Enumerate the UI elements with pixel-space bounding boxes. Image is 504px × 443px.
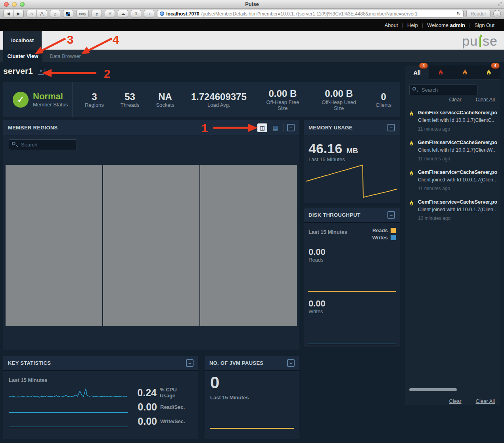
collapse-icon[interactable]: − bbox=[287, 124, 295, 131]
stat-label: Threads bbox=[121, 102, 140, 108]
view-tabs: Cluster View Data Browser bbox=[0, 50, 504, 62]
reads-sec-label: Read/Sec. bbox=[160, 404, 185, 410]
share-button[interactable]: ⇧ bbox=[131, 10, 141, 17]
delicious-extension-icon[interactable] bbox=[63, 10, 73, 17]
region-block[interactable] bbox=[103, 165, 200, 326]
regions-search-input[interactable] bbox=[9, 139, 77, 150]
notifications-search-input[interactable] bbox=[409, 85, 477, 95]
reload-icon[interactable]: ↻ bbox=[457, 11, 461, 17]
resize-icon[interactable]: ⤢ bbox=[498, 1, 502, 6]
writes-sec-row: 0.00 Write/Sec. bbox=[9, 416, 194, 427]
panel-title: KEY STATISTICS bbox=[8, 360, 51, 366]
stat-label: Load Avg. bbox=[191, 102, 247, 108]
font-smaller-button[interactable]: A bbox=[27, 10, 37, 17]
divider bbox=[284, 123, 284, 132]
keystats-subtitle: Last 15 Minutes bbox=[9, 377, 48, 383]
notification-message: Client left with Id 10.0.1.7(ClientW.. bbox=[418, 147, 497, 153]
notification-item[interactable]: GemFire:service=CacheServer,port=404 Cli… bbox=[409, 137, 497, 167]
horizontal-scrollbar[interactable] bbox=[409, 388, 457, 391]
stat-load-avg: 1.724609375 Load Avg. bbox=[183, 91, 255, 108]
downloads-button[interactable]: ↓ bbox=[493, 10, 501, 17]
collapse-icon[interactable]: − bbox=[387, 211, 395, 219]
clear-link-top[interactable]: Clear bbox=[449, 96, 462, 102]
region-block[interactable] bbox=[200, 165, 297, 326]
sign-out-link[interactable]: Sign Out bbox=[470, 22, 498, 28]
grid-view-icon[interactable]: ▦ bbox=[270, 123, 280, 132]
logo-text-se: se bbox=[483, 35, 498, 47]
font-larger-button[interactable]: A bbox=[37, 10, 47, 17]
disk-reads-chart bbox=[308, 291, 396, 292]
asterisk-extension-icon[interactable]: ✱ bbox=[105, 10, 115, 17]
status-state-label: Member Status bbox=[33, 102, 68, 108]
disk-reads-label: Reads bbox=[309, 257, 326, 263]
writes-color-swatch bbox=[391, 235, 396, 240]
member-dropdown-button[interactable]: ▼ bbox=[38, 68, 44, 75]
member-status: ✓ Normal Member Status bbox=[3, 82, 73, 117]
legend-writes-label: Writes bbox=[372, 235, 388, 241]
host-tab-localhost[interactable]: localhost bbox=[3, 31, 42, 50]
reads-color-swatch bbox=[391, 228, 396, 233]
flame-yellow-icon bbox=[409, 200, 414, 206]
tab-warning-notifications[interactable]: 4 bbox=[477, 65, 500, 80]
jvm-pauses-chart bbox=[210, 428, 294, 429]
notification-item[interactable]: GemFire:service=CacheServer,port=404 Cli… bbox=[409, 108, 497, 137]
back-button[interactable]: ◀ bbox=[3, 10, 13, 17]
collapse-icon[interactable]: − bbox=[287, 359, 295, 367]
new-tab-button[interactable]: + bbox=[144, 10, 154, 17]
address-bar[interactable]: localhost:7070 /pulse/MemberDetails.html… bbox=[157, 10, 463, 17]
writes-sec-sparkline bbox=[9, 416, 128, 427]
cloud-tabs-button[interactable]: ☁ bbox=[118, 10, 128, 17]
disk-throughput-panel: DISK THROUGHPUT − Last 15 Minutes Reads … bbox=[304, 208, 400, 347]
notification-time: 11 minutes ago bbox=[418, 186, 497, 191]
notification-title: GemFire:service=CacheServer,port=404 bbox=[418, 110, 497, 116]
tab-all-label: All bbox=[414, 69, 421, 76]
notification-time: 11 minutes ago bbox=[418, 156, 497, 162]
reads-sec-row: 0.00 Read/Sec. bbox=[9, 401, 194, 413]
regions-treemap bbox=[6, 165, 297, 326]
panel-title: DISK THROUGHPUT bbox=[309, 212, 360, 218]
tab-all-notifications[interactable]: All 4 bbox=[405, 65, 429, 80]
notification-message: Client left with Id 10.0.1.7(ClientC.. bbox=[418, 117, 497, 123]
reads-sec-value: 0.00 bbox=[132, 401, 157, 413]
notification-item[interactable]: GemFire:service=CacheServer,port=404 Cli… bbox=[409, 167, 497, 197]
status-state: Normal bbox=[33, 92, 68, 101]
stat-value: 3 bbox=[85, 91, 104, 102]
evernote-extension-icon[interactable]: e bbox=[92, 10, 102, 17]
disk-subtitle: Last 15 Minutes bbox=[309, 229, 347, 235]
tab-severe-notifications[interactable] bbox=[429, 65, 453, 80]
pulse-logo: pu se bbox=[462, 34, 498, 47]
region-block[interactable] bbox=[6, 165, 102, 326]
clear-all-link-bottom[interactable]: Clear All bbox=[476, 398, 495, 404]
clear-link-bottom[interactable]: Clear bbox=[449, 398, 462, 404]
member-regions-panel: MEMBER REGIONS ◫ ▦ − bbox=[3, 120, 299, 350]
disk-writes-chart bbox=[308, 343, 396, 344]
ebay-extension-icon[interactable]: ebay bbox=[76, 10, 89, 17]
collapse-icon[interactable]: − bbox=[186, 359, 194, 367]
forward-button[interactable]: ▶ bbox=[13, 10, 24, 17]
help-link[interactable]: Help bbox=[403, 22, 422, 28]
home-button[interactable]: ⌂ bbox=[50, 10, 60, 17]
stat-offheap-free: 0.00 B Off-Heap Free Size bbox=[255, 88, 310, 111]
jvm-pauses-subtitle: Last 15 Minutes bbox=[210, 395, 249, 401]
flame-yellow-icon bbox=[409, 141, 414, 146]
notification-item[interactable]: GemFire:service=CacheServer,port=404 Cli… bbox=[409, 197, 497, 227]
reader-button[interactable]: Reader bbox=[466, 10, 491, 17]
collapse-icon[interactable]: − bbox=[387, 124, 395, 131]
tab-cluster-view[interactable]: Cluster View bbox=[3, 50, 42, 62]
notification-title: GemFire:service=CacheServer,port=404 bbox=[418, 169, 497, 175]
url-host: localhost:7070 bbox=[166, 11, 199, 17]
notification-list: GemFire:service=CacheServer,port=404 Cli… bbox=[409, 108, 497, 227]
search-icon bbox=[12, 142, 15, 145]
clear-all-link-top[interactable]: Clear All bbox=[476, 96, 495, 102]
stat-label: Regions bbox=[85, 102, 104, 108]
about-link[interactable]: About bbox=[381, 22, 402, 28]
stat-value: 0 bbox=[376, 91, 391, 102]
window-titlebar: Pulse ⤢ bbox=[0, 0, 504, 9]
app-header: About | Help | Welcome admin | Sign Out bbox=[0, 19, 504, 31]
tab-error-notifications[interactable] bbox=[453, 65, 477, 80]
panel-title: NO. OF JVM PAUSES bbox=[209, 360, 263, 366]
treemap-view-icon[interactable]: ◫ bbox=[257, 123, 267, 132]
tab-data-browser[interactable]: Data Browser bbox=[42, 50, 88, 62]
username: admin bbox=[450, 22, 465, 28]
notification-tabs: All 4 4 bbox=[405, 65, 500, 80]
